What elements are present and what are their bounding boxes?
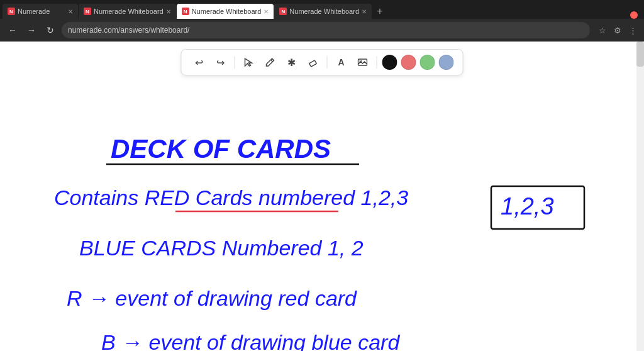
- tab-3-favicon: N: [182, 8, 189, 15]
- color-blue[interactable]: [439, 55, 454, 70]
- svg-text:1,2,3: 1,2,3: [501, 193, 554, 220]
- browser-chrome: N Numerade ✕ N Numerade Whiteboard ✕ N N…: [0, 0, 644, 42]
- toolbar-separator-1: [235, 56, 235, 69]
- tab-1[interactable]: N Numerade ✕: [3, 4, 78, 19]
- window-controls: [630, 11, 641, 19]
- tab-4[interactable]: N Numerade Whiteboard ✕: [274, 4, 372, 19]
- toolbar-separator-3: [377, 56, 377, 69]
- shapes-tool-button[interactable]: ✱: [283, 53, 301, 71]
- color-green[interactable]: [420, 55, 435, 70]
- new-tab-button[interactable]: +: [372, 4, 387, 19]
- pen-tool-button[interactable]: [262, 53, 279, 71]
- tab-2-label: Numerade Whiteboard: [94, 8, 164, 15]
- tab-2[interactable]: N Numerade Whiteboard ✕: [79, 4, 176, 19]
- svg-text:DECK OF CARDS: DECK OF CARDS: [111, 134, 331, 164]
- toolbar-separator-2: [327, 56, 328, 69]
- color-black[interactable]: [382, 55, 397, 70]
- tab-3-close[interactable]: ✕: [264, 8, 269, 15]
- tab-2-close[interactable]: ✕: [166, 8, 171, 15]
- tab-4-close[interactable]: ✕: [362, 8, 367, 15]
- reload-button[interactable]: ↻: [43, 23, 58, 38]
- window-close-button[interactable]: [630, 11, 638, 19]
- scrollbar-thumb[interactable]: [636, 42, 644, 67]
- address-text: numerade.com/answers/whiteboard/: [68, 26, 189, 35]
- svg-text:Contains  RED  Cards  numbered: Contains RED Cards numbered 1,2,3: [54, 186, 408, 209]
- tab-2-favicon: N: [84, 8, 91, 15]
- text-tool-button[interactable]: A: [333, 53, 350, 71]
- svg-text:BLUE  CARDS  Numbered  1, 2: BLUE CARDS Numbered 1, 2: [79, 236, 364, 260]
- tab-1-close[interactable]: ✕: [68, 8, 73, 15]
- tab-3[interactable]: N Numerade Whiteboard ✕: [177, 4, 274, 19]
- menu-icon[interactable]: ⋮: [626, 24, 639, 36]
- address-bar[interactable]: numerade.com/answers/whiteboard/: [62, 22, 590, 38]
- tab-1-favicon: N: [8, 8, 15, 15]
- svg-text:R → event of drawing red card: R → event of drawing red card: [67, 286, 357, 310]
- tab-3-label: Numerade Whiteboard: [192, 8, 262, 15]
- select-tool-button[interactable]: [240, 53, 258, 71]
- back-button[interactable]: ←: [5, 23, 20, 38]
- address-bar-row: ← → ↻ numerade.com/answers/whiteboard/ ☆…: [0, 19, 644, 42]
- tab-4-label: Numerade Whiteboard: [289, 8, 359, 15]
- whiteboard-container: ↩ ↪ ✱ A DECK OF CARDS C: [0, 42, 644, 351]
- browser-icons: ☆ ⚙ ⋮: [596, 24, 639, 36]
- extensions-icon[interactable]: ⚙: [611, 24, 624, 36]
- tab-bar: N Numerade ✕ N Numerade Whiteboard ✕ N N…: [0, 0, 644, 19]
- whiteboard-svg: DECK OF CARDS Contains RED Cards numbere…: [0, 42, 644, 351]
- redo-button[interactable]: ↪: [212, 53, 230, 71]
- tab-1-label: Numerade: [18, 8, 65, 15]
- image-tool-button[interactable]: [354, 53, 372, 71]
- undo-button[interactable]: ↩: [191, 53, 208, 71]
- forward-button[interactable]: →: [24, 23, 39, 38]
- svg-text:B → event of drawing blue card: B → event of drawing blue card: [101, 330, 400, 351]
- eraser-tool-button[interactable]: [304, 53, 322, 71]
- scrollbar[interactable]: [636, 42, 644, 351]
- color-red[interactable]: [401, 55, 416, 70]
- tab-4-favicon: N: [279, 8, 287, 15]
- toolbar: ↩ ↪ ✱ A: [181, 49, 464, 75]
- whiteboard-content[interactable]: DECK OF CARDS Contains RED Cards numbere…: [0, 42, 644, 351]
- svg-rect-0: [309, 60, 317, 67]
- bookmark-icon[interactable]: ☆: [596, 24, 609, 36]
